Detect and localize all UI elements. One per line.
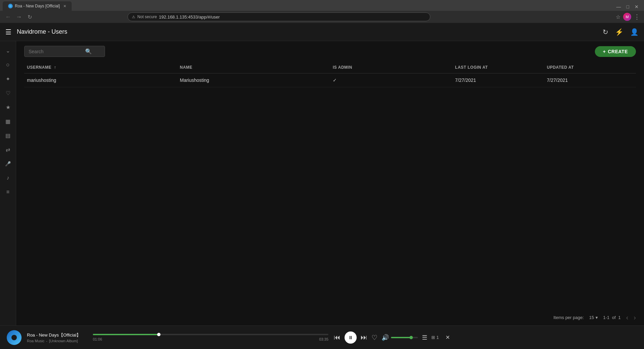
browser-chrome: Roa - New Days [Official] ✕ — □ ✕ ← → ↻ … [0, 0, 644, 23]
player-info: Roa - New Days【Official】 Roa Music - [Un… [27, 332, 87, 343]
col-header-updated: UPDATED AT [544, 62, 636, 73]
total-time: 03:35 [319, 337, 328, 341]
progress-thumb [157, 333, 160, 336]
sidebar-item-albums[interactable]: ▦ [1, 115, 15, 128]
progress-bar-container[interactable] [93, 334, 328, 335]
browser-menu-icon[interactable]: ⋮ [634, 13, 640, 21]
address-bar[interactable]: ⚠ Not secure 192.168.1.135:4533/app/#/us… [128, 12, 430, 21]
queue-info[interactable]: ⊞ 1 [431, 335, 439, 340]
main-layout: ⌄ ○ ✦ ♡ ★ ▦ ▤ ⇄ 🎤 ♪ ≡ 🔍 + CREATE [0, 41, 644, 325]
volume-fill [391, 337, 411, 338]
volume-thumb [409, 336, 413, 339]
cell-username: mariushosting [24, 73, 177, 87]
player-subtitle: Roa Music - [Unknown Album] [27, 339, 87, 343]
hamburger-button[interactable]: ☰ [5, 28, 11, 36]
create-button[interactable]: + CREATE [595, 46, 636, 57]
sidebar-item-favorites[interactable]: ♡ [1, 86, 15, 100]
per-page-selector[interactable]: 15 ▾ [589, 315, 598, 320]
sort-arrow-username: ↑ [54, 65, 57, 70]
volume-bar[interactable] [391, 337, 418, 338]
nav-forward-btn[interactable]: → [15, 13, 23, 21]
col-header-isadmin: IS ADMIN [330, 62, 453, 73]
tab-favicon [8, 4, 13, 8]
sidebar-item-podcasts[interactable]: 🎤 [1, 157, 15, 170]
content-toolbar: 🔍 + CREATE [16, 41, 644, 62]
play-pause-button[interactable]: ⏸ [345, 331, 357, 344]
window-minimize[interactable]: — [614, 3, 624, 11]
player-thumbnail [7, 330, 22, 345]
per-page-value: 15 [589, 315, 594, 320]
create-plus-icon: + [603, 49, 606, 54]
current-time: 01:06 [93, 337, 102, 341]
heart-button[interactable]: ♡ [371, 334, 378, 342]
search-box[interactable]: 🔍 [24, 46, 105, 57]
tab-close-icon[interactable]: ✕ [63, 4, 66, 8]
col-header-name: NAME [177, 62, 330, 73]
progress-bar-fill [93, 334, 159, 335]
sidebar-item-queue[interactable]: ≡ [1, 185, 15, 199]
data-table: USERNAME ↑ NAME IS ADMIN LAST LOGIN AT U… [16, 62, 644, 310]
progress-times: 01:06 03:35 [93, 337, 328, 341]
cell-lastlogin: 7/27/2021 [453, 73, 544, 87]
per-page-dropdown-icon: ▾ [596, 315, 598, 320]
window-maximize[interactable]: □ [624, 3, 632, 11]
col-header-lastlogin: LAST LOGIN AT [453, 62, 544, 73]
sidebar-item-collapse[interactable]: ⌄ [1, 44, 15, 57]
player-bar: Roa - New Days【Official】 Roa Music - [Un… [0, 325, 644, 349]
pagination-bar: Items per page: 15 ▾ 1-1 of 1 ‹ › [16, 310, 644, 325]
queue-count: 1 [436, 335, 439, 340]
queue-icon: ⊞ [431, 335, 435, 340]
browser-toolbar: ← → ↻ ⚠ Not secure 192.168.1.135:4533/ap… [0, 11, 644, 23]
browser-avatar[interactable]: M [623, 13, 631, 21]
prev-track-button[interactable]: ⏮ [334, 334, 341, 341]
sidebar-item-discover[interactable]: ✦ [1, 72, 15, 86]
player-progress-area[interactable]: 01:06 03:35 [93, 334, 328, 341]
cell-name: Mariushosting [177, 73, 330, 87]
bookmark-star-icon[interactable]: ☆ [616, 14, 620, 20]
top-bar: ☰ Navidrome - Users ↻ ⚡ 👤 [0, 23, 644, 41]
window-close[interactable]: ✕ [632, 3, 641, 11]
user-account-button[interactable]: 👤 [630, 28, 639, 36]
nav-back-btn[interactable]: ← [4, 13, 12, 21]
browser-tab-bar: Roa - New Days [Official] ✕ — □ ✕ [0, 0, 644, 11]
sidebar-item-library[interactable]: ▤ [1, 129, 15, 142]
cell-updated: 7/27/2021 [544, 73, 636, 87]
refresh-button[interactable]: ↻ [603, 28, 608, 36]
items-per-page-label: Items per page: [553, 315, 584, 320]
create-label: CREATE [608, 49, 628, 54]
activity-button[interactable]: ⚡ [615, 28, 623, 36]
sidebar-item-home[interactable]: ○ [1, 58, 15, 71]
pagination-range: 1-1 of 1 [603, 315, 621, 320]
app-title: Navidrome - Users [17, 28, 67, 35]
url-secure-label: Not secure [137, 14, 157, 19]
pagination-next-btn[interactable]: › [634, 314, 636, 321]
lock-warning-icon: ⚠ [132, 15, 135, 19]
player-close-button[interactable]: ✕ [445, 334, 450, 341]
pagination-prev-btn[interactable]: ‹ [626, 314, 629, 321]
cell-isadmin: ✓ [330, 73, 453, 87]
queue-list-button[interactable]: ☰ [422, 334, 427, 341]
sidebar-item-starred[interactable]: ★ [1, 100, 15, 114]
content-area: 🔍 + CREATE USERNAME ↑ [16, 41, 644, 325]
volume-control: 🔊 [382, 334, 418, 341]
sidebar: ⌄ ○ ✦ ♡ ★ ▦ ▤ ⇄ 🎤 ♪ ≡ [0, 41, 16, 325]
col-header-username[interactable]: USERNAME ↑ [24, 62, 177, 73]
search-input[interactable] [29, 49, 82, 54]
sidebar-item-music[interactable]: ♪ [1, 171, 15, 185]
player-controls: ⏮ ⏸ ⏭ ♡ 🔊 ☰ ⊞ 1 ✕ [334, 331, 450, 344]
volume-icon[interactable]: 🔊 [382, 334, 389, 341]
table-row[interactable]: mariushosting Mariushosting ✓ 7/27/2021 … [24, 73, 636, 87]
address-url: 192.168.1.135:4533/app/#/user [159, 14, 220, 20]
tab-title: Roa - New Days [Official] [15, 4, 60, 8]
browser-tab: Roa - New Days [Official] ✕ [3, 1, 72, 11]
player-track-title: Roa - New Days【Official】 [27, 332, 87, 338]
search-icon: 🔍 [85, 48, 92, 55]
app-container: ☰ Navidrome - Users ↻ ⚡ 👤 ⌄ ○ ✦ ♡ ★ ▦ ▤ … [0, 23, 644, 349]
next-track-button[interactable]: ⏭ [361, 334, 367, 341]
sidebar-item-shuffle[interactable]: ⇄ [1, 143, 15, 156]
nav-refresh-btn[interactable]: ↻ [26, 14, 34, 20]
